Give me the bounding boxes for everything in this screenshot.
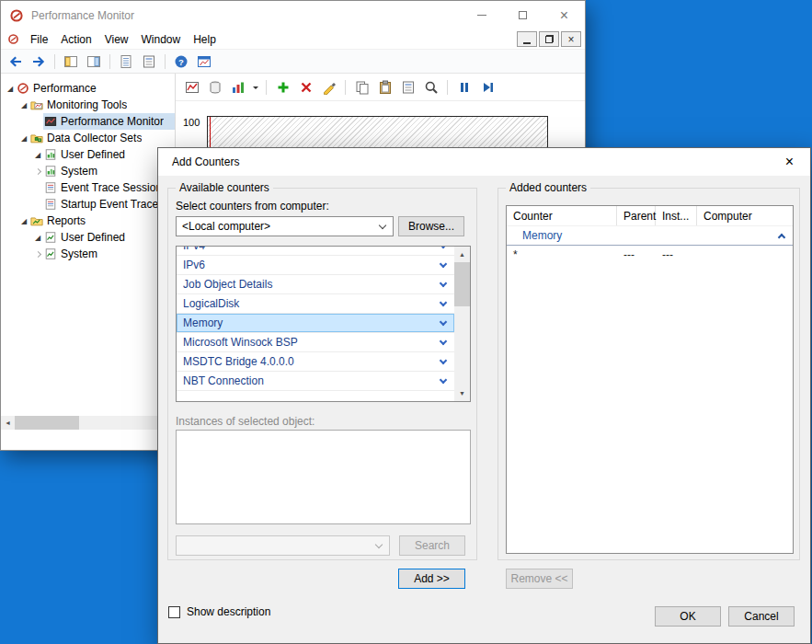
expand-counter-chevron-icon[interactable]	[440, 246, 447, 248]
menu-view[interactable]: View	[98, 30, 135, 49]
back-button[interactable]	[5, 52, 27, 72]
view-current-activity-button[interactable]	[181, 77, 202, 98]
show-console-tree-button[interactable]	[60, 52, 82, 72]
tree-item-reports[interactable]: ◢Reports	[1, 213, 175, 229]
dialog-close-button[interactable]: ×	[769, 148, 810, 176]
tree-item-startup-event-trace-sessions[interactable]: Startup Event Trace Sessions	[1, 196, 175, 213]
scroll-up-icon[interactable]: ▲	[454, 247, 470, 262]
menu-file[interactable]: File	[24, 30, 54, 49]
tree-item-body[interactable]: User Defined	[43, 229, 175, 246]
forward-button[interactable]	[28, 52, 50, 72]
tree-horizontal-scrollbar[interactable]: ◄ ►	[1, 416, 175, 430]
graph-type-dropdown[interactable]	[250, 77, 260, 98]
console-close-button[interactable]: ×	[561, 31, 581, 47]
available-counters-list[interactable]: IPv4IPv6Job Object DetailsLogicalDiskMem…	[176, 246, 471, 402]
tree-item-body[interactable]: Reports	[29, 213, 175, 229]
pm-titlebar[interactable]: Performance Monitor ×	[1, 1, 585, 29]
paste-counter-list-button[interactable]	[374, 77, 395, 98]
tree-item-body[interactable]: Performance Monitor	[43, 113, 175, 130]
collapsed-expander[interactable]	[32, 169, 43, 174]
change-graph-type-button[interactable]	[227, 77, 248, 98]
scrollbar-thumb[interactable]	[15, 416, 79, 430]
expand-counter-chevron-icon[interactable]	[440, 279, 447, 286]
expand-counter-chevron-icon[interactable]	[440, 375, 447, 383]
zoom-button[interactable]	[420, 77, 441, 98]
counter-item-ipv6[interactable]: IPv6	[177, 256, 454, 275]
counter-item-microsoft-winsock-bsp[interactable]: Microsoft Winsock BSP	[177, 333, 454, 352]
expand-counter-chevron-icon[interactable]	[440, 259, 447, 267]
expanded-arrow-icon[interactable]: ◢	[5, 85, 16, 93]
view-log-data-button[interactable]	[204, 77, 225, 98]
help-button[interactable]: ?	[170, 52, 192, 72]
window-close-button[interactable]: ×	[543, 1, 585, 29]
collapse-group-chevron-icon[interactable]	[778, 234, 785, 241]
cancel-button[interactable]: Cancel	[728, 606, 795, 627]
update-data-button[interactable]	[476, 77, 497, 98]
tree-item-body[interactable]: Monitoring Tools	[29, 97, 175, 113]
added-counter-row[interactable]: *------	[507, 246, 793, 264]
counter-item-ipv4[interactable]: IPv4	[177, 246, 454, 256]
expanded-arrow-icon[interactable]: ◢	[32, 151, 43, 159]
tree-item-body[interactable]: Performance	[16, 80, 175, 97]
menu-window[interactable]: Window	[135, 30, 188, 49]
expand-counter-chevron-icon[interactable]	[440, 356, 447, 363]
ok-button[interactable]: OK	[655, 606, 721, 627]
delete-counter-button[interactable]	[295, 77, 316, 98]
console-restore-button[interactable]	[539, 31, 559, 47]
expand-counter-chevron-icon[interactable]	[440, 337, 447, 344]
expanded-arrow-icon[interactable]: ◢	[18, 217, 29, 225]
window-minimize-button[interactable]	[461, 1, 502, 29]
instances-list[interactable]	[176, 430, 471, 524]
highlight-button[interactable]	[318, 77, 339, 98]
tree-item-performance-monitor[interactable]: Performance Monitor	[1, 113, 175, 130]
new-window-button[interactable]	[193, 52, 215, 72]
tree-item-body[interactable]: User Defined	[43, 146, 175, 163]
console-minimize-button[interactable]	[517, 31, 537, 47]
add-button[interactable]: Add >>	[398, 569, 465, 589]
expanded-arrow-icon[interactable]: ◢	[18, 134, 29, 143]
expanded-arrow-icon[interactable]: ◢	[32, 234, 43, 242]
collapsed-expander[interactable]	[32, 252, 43, 257]
show-description-checkbox[interactable]	[168, 606, 180, 618]
tree-item-user-defined[interactable]: ◢User Defined	[1, 229, 175, 246]
expanded-arrow-icon[interactable]: ◢	[18, 101, 29, 109]
computer-select[interactable]: <Local computer>	[176, 216, 394, 236]
menu-help[interactable]: Help	[187, 30, 223, 49]
menu-action[interactable]: Action	[54, 30, 97, 49]
column-header-computer[interactable]: Computer	[697, 206, 793, 225]
copy-properties-button[interactable]	[351, 77, 372, 98]
properties-button[interactable]	[397, 77, 418, 98]
tree-item-body[interactable]: System	[43, 246, 175, 262]
export-list-button[interactable]	[115, 52, 137, 72]
tree-item-monitoring-tools[interactable]: ◢Monitoring Tools	[1, 97, 175, 113]
column-header-counter[interactable]: Counter	[507, 206, 617, 225]
tree-item-performance[interactable]: ◢Performance	[1, 80, 175, 97]
tree-item-system[interactable]: System	[1, 246, 175, 262]
scrollbar-thumb[interactable]	[454, 262, 470, 306]
tree-item-body[interactable]: Event Trace Sessions	[43, 179, 175, 196]
tree-item-body[interactable]: Data Collector Sets	[29, 130, 175, 146]
added-group-memory[interactable]: Memory	[507, 226, 793, 246]
counter-item-nbt-connection[interactable]: NBT Connection	[177, 372, 454, 391]
properties-button[interactable]	[138, 52, 160, 72]
dialog-titlebar[interactable]: Add Counters ×	[158, 148, 810, 176]
tree-item-user-defined[interactable]: ◢User Defined	[1, 146, 175, 163]
counters-vertical-scrollbar[interactable]: ▲ ▼	[454, 247, 470, 401]
tree-item-body[interactable]: System	[43, 163, 175, 179]
tree-item-body[interactable]: Startup Event Trace Sessions	[43, 196, 175, 213]
tree-item-data-collector-sets[interactable]: ◢Data Collector Sets	[1, 130, 175, 146]
counter-item-job-object-details[interactable]: Job Object Details	[177, 275, 454, 294]
scroll-down-icon[interactable]: ▼	[454, 385, 470, 401]
browse-button[interactable]: Browse...	[398, 216, 464, 236]
tree-item-event-trace-sessions[interactable]: Event Trace Sessions	[1, 179, 175, 196]
window-maximize-button[interactable]	[502, 1, 543, 29]
column-header-parent[interactable]: Parent	[617, 206, 656, 225]
expand-counter-chevron-icon[interactable]	[440, 298, 447, 305]
counter-item-logicaldisk[interactable]: LogicalDisk	[177, 294, 454, 314]
counter-item-msdtc-bridge-4-0-0-0[interactable]: MSDTC Bridge 4.0.0.0	[177, 352, 454, 372]
tree-item-system[interactable]: System	[1, 163, 175, 179]
scroll-left-icon[interactable]: ◄	[1, 416, 15, 430]
expand-counter-chevron-icon[interactable]	[440, 317, 447, 325]
counter-item-memory[interactable]: Memory	[177, 314, 454, 333]
add-counter-button[interactable]	[272, 77, 293, 98]
